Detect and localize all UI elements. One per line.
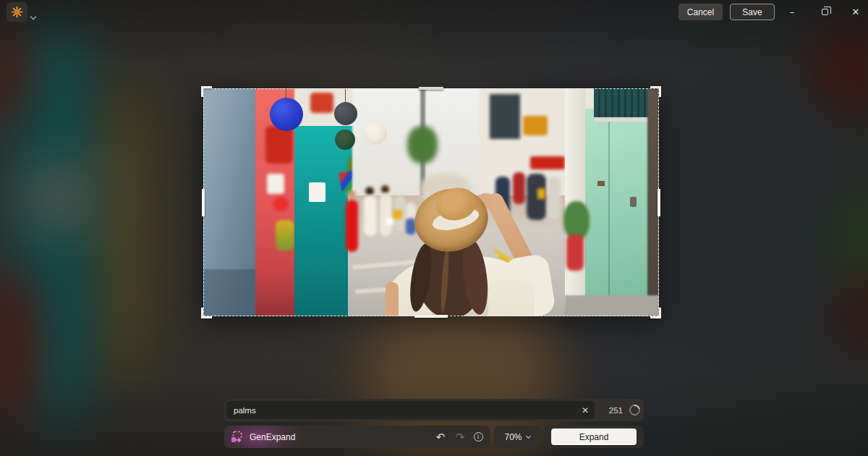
crop-handle-bottom[interactable] — [414, 315, 448, 318]
photo-person-head — [365, 187, 374, 195]
ai-menu-button[interactable] — [7, 2, 27, 22]
photo-sign-yellow — [523, 116, 548, 135]
photo-lantern-green — [335, 130, 355, 150]
restore-button[interactable] — [810, 0, 839, 23]
tool-name-label: GenExpand — [250, 432, 295, 442]
photo-person-red-dress — [346, 200, 358, 252]
zoom-level-dropdown[interactable]: 70% — [494, 426, 540, 448]
photo-cloth-red — [566, 235, 584, 271]
genexpand-toolbar: GenExpand ↶ ↷ i — [224, 426, 490, 448]
photo-door-seam — [608, 120, 610, 300]
app-window: Cancel Save – ✕ — [0, 0, 868, 456]
expand-button[interactable]: Expand — [551, 428, 637, 445]
photo-lantern-blue — [270, 98, 303, 131]
photo-person-head — [347, 190, 356, 199]
photo-window-dark — [490, 94, 520, 139]
progress-ring-icon — [627, 402, 642, 418]
crop-handle-bottom-right[interactable] — [650, 308, 661, 318]
cancel-button[interactable]: Cancel — [678, 4, 723, 20]
photo-door-mint — [585, 109, 649, 305]
crop-handle-bottom-left[interactable] — [201, 308, 212, 318]
info-icon: i — [474, 432, 483, 442]
crop-region[interactable] — [203, 88, 659, 316]
sparkle-icon — [11, 6, 23, 18]
photo-person — [548, 177, 561, 219]
photo-bag-yellow — [537, 188, 545, 199]
photo-sign-orange — [310, 93, 333, 113]
redo-button[interactable]: ↷ — [452, 426, 468, 448]
prompt-input[interactable] — [226, 406, 576, 415]
crop-handle-top[interactable] — [419, 87, 443, 90]
photo-wall-teal — [294, 126, 354, 316]
minimize-button[interactable]: – — [778, 0, 807, 23]
photo-door-lock — [630, 197, 637, 207]
gen-expand-icon — [231, 431, 243, 443]
expand-segment: Expand — [544, 426, 644, 448]
crop-handle-right[interactable] — [658, 189, 660, 216]
photo-canvas — [203, 88, 659, 316]
photo-foliage — [407, 126, 438, 164]
photo-sign-red — [530, 156, 565, 169]
photo-shop-item — [267, 174, 284, 194]
crop-handle-top-left[interactable] — [201, 86, 212, 97]
restore-icon — [822, 9, 828, 15]
photo-person-red — [513, 172, 525, 204]
chevron-down-icon[interactable] — [31, 9, 35, 22]
chevron-down-icon — [525, 433, 530, 438]
info-button[interactable]: i — [470, 426, 486, 448]
clear-input-icon[interactable]: ✕ — [576, 405, 595, 415]
photo-sign-red — [265, 126, 293, 164]
undo-button[interactable]: ↶ — [433, 426, 448, 448]
photo-mailbox — [309, 182, 326, 202]
photo-shop-item — [276, 220, 294, 250]
photo-person — [380, 194, 392, 236]
character-counter: 251 — [601, 406, 623, 415]
photo-lantern-charcoal — [334, 102, 357, 125]
close-button[interactable]: ✕ — [841, 0, 868, 23]
photo-lantern-red — [273, 197, 289, 211]
photo-pavement — [565, 295, 659, 316]
photo-person-head — [381, 185, 389, 193]
photo-door-hinge — [597, 181, 605, 186]
crop-handle-left[interactable] — [202, 189, 205, 216]
prompt-input-wrap: ✕ — [226, 401, 595, 419]
photo-bag-yellow — [393, 210, 402, 219]
zoom-level-value: 70% — [504, 432, 522, 442]
save-button[interactable]: Save — [730, 4, 775, 20]
photo-lantern-cream — [364, 122, 387, 145]
photo-pillar-white — [565, 88, 587, 305]
prompt-bar: ✕ 251 — [224, 399, 644, 421]
photo-woman-arm-left — [386, 282, 399, 316]
crop-handle-top-right[interactable] — [650, 86, 661, 97]
photo-person-white-dress — [364, 195, 377, 236]
